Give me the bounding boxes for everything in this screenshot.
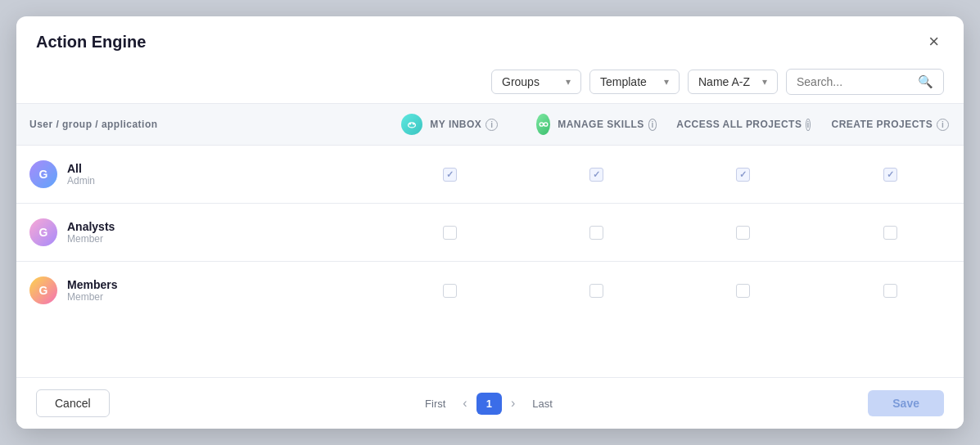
user-role: Member [67,233,115,245]
checkbox[interactable] [736,226,750,240]
checkbox[interactable] [883,168,897,182]
checkbox[interactable] [883,284,897,298]
user-cell: G Analysts Member [29,218,364,246]
user-name: Analysts [67,220,115,233]
svg-point-2 [413,123,415,125]
cell-my-inbox [377,204,523,262]
page-1-button[interactable]: 1 [476,393,502,415]
manage-skills-info-icon[interactable]: i [648,119,657,131]
cell-access-all-projects [670,262,816,320]
cell-access-all-projects [670,204,816,262]
user-cell: G Members Member [29,276,364,304]
avatar: G [29,160,57,188]
search-icon: 🔍 [918,74,933,89]
user-role: Member [67,291,117,303]
modal-footer: Cancel First ‹ 1 › Last Save [16,377,964,429]
close-button[interactable]: × [924,31,944,52]
avatar: G [29,276,57,304]
pagination: First ‹ 1 › Last [417,393,561,415]
action-engine-modal: Action Engine × Groups ▾ Template ▾ Name… [16,16,964,429]
sort-dropdown[interactable]: Name A-Z ▾ [688,70,778,94]
search-input[interactable] [797,75,911,88]
permissions-table: User / group / application [16,104,964,319]
svg-point-3 [540,123,543,126]
cell-access-all-projects [670,146,816,204]
save-button[interactable]: Save [868,390,944,416]
filters-row: Groups ▾ Template ▾ Name A-Z ▾ 🔍 [16,61,964,103]
col-header-access-all-projects: ACCESS ALL PROJECTS i [670,104,816,146]
checkbox[interactable] [883,226,897,240]
col-header-user: User / group / application [16,104,377,146]
first-page-button[interactable]: First [417,393,454,415]
chevron-down-icon: ▾ [664,76,669,88]
checkbox[interactable] [589,284,603,298]
table-row: G All Admin [16,146,964,204]
user-role: Admin [67,175,95,187]
user-cell: G All Admin [29,160,364,188]
chevron-down-icon: ▾ [762,76,767,88]
skills-icon [536,114,550,135]
col-header-my-inbox: MY INBOX i [377,104,523,146]
checkbox[interactable] [443,226,457,240]
last-page-button[interactable]: Last [524,393,561,415]
svg-point-4 [544,123,547,126]
user-name: All [67,162,95,175]
user-name: Members [67,278,117,291]
col-header-manage-skills: MANAGE SKILLS i [523,104,670,146]
search-box: 🔍 [786,69,944,95]
cell-manage-skills [523,262,670,320]
table-row: G Analysts Member [16,204,964,262]
checkbox[interactable] [589,168,603,182]
my-inbox-info-icon[interactable]: i [485,119,498,131]
cell-my-inbox [377,146,523,204]
template-dropdown[interactable]: Template ▾ [589,70,680,94]
cell-my-inbox [377,262,523,320]
checkbox[interactable] [736,168,750,182]
cancel-button[interactable]: Cancel [36,389,110,417]
chevron-down-icon: ▾ [566,76,571,88]
checkbox[interactable] [736,284,750,298]
modal-title: Action Engine [36,33,146,52]
cell-create-projects [817,204,964,262]
svg-point-1 [409,123,412,125]
checkbox[interactable] [443,168,457,182]
table-area: User / group / application [16,103,964,377]
groups-dropdown[interactable]: Groups ▾ [491,70,581,94]
inbox-icon [401,114,422,135]
modal-header: Action Engine × [16,16,964,61]
create-projects-info-icon[interactable]: i [937,119,949,131]
checkbox[interactable] [589,226,603,240]
table-row: G Members Member [16,262,964,320]
next-page-button[interactable]: › [505,393,521,414]
cell-create-projects [817,146,964,204]
prev-page-button[interactable]: ‹ [457,393,472,414]
col-header-create-projects: CREATE PROJECTS i [817,104,964,146]
checkbox[interactable] [443,284,457,298]
access-all-projects-info-icon[interactable]: i [806,119,810,131]
cell-manage-skills [523,146,670,204]
cell-create-projects [817,262,964,320]
avatar: G [29,218,57,246]
table-header-row: User / group / application [16,104,964,146]
cell-manage-skills [523,204,670,262]
